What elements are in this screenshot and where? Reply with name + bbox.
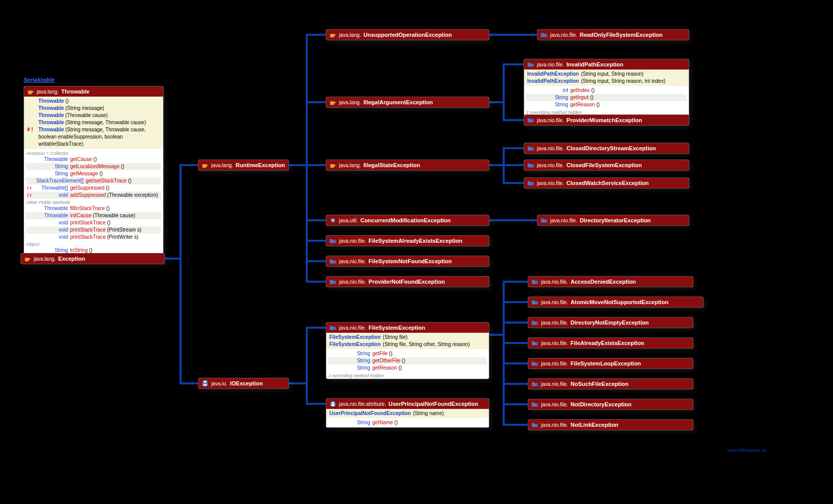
- package-label: java.lang.: [339, 163, 361, 168]
- svg-text:!: !: [536, 382, 538, 387]
- class-file-system-exception: !java.nio.file.FileSystemException FileS…: [326, 322, 489, 379]
- class-name: Throwable: [61, 88, 89, 95]
- svg-text:!: !: [546, 33, 547, 38]
- package-label: java.nio.file.: [541, 381, 568, 387]
- svg-rect-1: [204, 381, 206, 383]
- svg-text:!: !: [532, 119, 534, 123]
- cup-icon: [329, 99, 336, 106]
- svg-text:!: !: [532, 147, 534, 151]
- folder-bang-icon: !: [531, 339, 538, 347]
- package-label: java.nio.file.: [541, 300, 568, 305]
- package-label: java.lang.: [37, 89, 59, 95]
- diagram-canvas: Serializable java.lang.Throwable Throwab…: [0, 0, 833, 504]
- class-name: IllegalStateException: [364, 162, 420, 168]
- class-provider-not-found: !java.nio.file.ProviderNotFoundException: [326, 276, 489, 287]
- class-fs-not-found: !java.nio.file.FileSystemNotFoundExcepti…: [326, 256, 489, 267]
- svg-text:!: !: [532, 164, 534, 168]
- class-illegal-argument: java.lang.IllegalArgumentException: [326, 97, 489, 108]
- folder-bang-icon: !: [527, 61, 534, 68]
- class-name: AtomicMoveNotSupportedException: [571, 299, 668, 305]
- class-file-already-exists: !java.nio.file.FileAlreadyExistsExceptio…: [528, 337, 693, 349]
- class-name: UserPrincipalNotFoundException: [389, 401, 478, 407]
- svg-text:!: !: [532, 63, 534, 67]
- class-not-link: !java.nio.file.NotLinkException: [528, 419, 693, 430]
- class-name: InvalidPathException: [567, 61, 623, 67]
- folder-bang-icon: !: [541, 217, 548, 224]
- class-name: FileSystemException: [369, 325, 425, 331]
- methods-section: StringgetFile ()StringgetOtherFile ()Str…: [326, 349, 489, 373]
- class-readonly-fs: !java.nio.file.ReadOnlyFileSystemExcepti…: [537, 29, 689, 40]
- class-name: ClosedWatchServiceException: [567, 180, 649, 186]
- constructors-section: InvalidPathException (String input, Stri…: [524, 70, 689, 86]
- package-label: java.util.: [339, 218, 358, 223]
- svg-text:!: !: [334, 260, 336, 264]
- package-label: java.nio.file.: [537, 118, 564, 123]
- class-name: ProviderNotFoundException: [369, 279, 445, 285]
- svg-text:!: !: [536, 341, 538, 346]
- class-closed-ws: !java.nio.file.ClosedWatchServiceExcepti…: [524, 177, 689, 189]
- folder-bang-icon: !: [531, 421, 538, 428]
- methods-section: StringgetName (): [326, 418, 489, 427]
- class-name: IOException: [230, 380, 263, 386]
- package-label: java.nio.file.: [339, 279, 366, 285]
- class-name: ProviderMismatchException: [567, 117, 642, 123]
- section-title: Object: [26, 242, 161, 247]
- svg-text:!: !: [334, 239, 336, 244]
- folder-bang-icon: !: [531, 380, 538, 387]
- serializable-link[interactable]: Serializable: [24, 77, 55, 83]
- svg-text:!: !: [334, 326, 336, 331]
- class-provider-mismatch: !java.nio.file.ProviderMismatchException: [524, 114, 689, 126]
- folder-bang-icon: !: [527, 162, 534, 169]
- class-no-such-file: !java.nio.file.NoSuchFileException: [528, 378, 693, 390]
- class-access-denied: !java.nio.file.AccessDeniedException: [528, 276, 693, 287]
- credit-link[interactable]: www.falkhausen.de: [727, 448, 767, 453]
- class-illegal-state: java.lang.IllegalStateException: [326, 159, 489, 171]
- class-name: ReadOnlyFileSystemException: [580, 32, 663, 38]
- class-name: AccessDeniedException: [571, 279, 636, 285]
- methods-section: intgetIndex ()StringgetInput ()Stringget…: [524, 86, 689, 109]
- package-label: java.nio.file.: [537, 180, 564, 186]
- folder-bang-icon: !: [329, 258, 336, 265]
- package-label: java.nio.file.: [541, 279, 568, 285]
- package-label: java.nio.file.: [550, 218, 577, 223]
- folder-bang-icon: !: [329, 237, 336, 244]
- class-dir-not-empty: !java.nio.file.DirectoryNotEmptyExceptio…: [528, 317, 693, 328]
- class-name: FileAlreadyExistsException: [571, 340, 644, 346]
- package-label: java.nio.file.: [339, 238, 366, 244]
- class-closed-fs: !java.nio.file.ClosedFileSystemException: [524, 159, 689, 171]
- class-closed-dir-stream: !java.nio.file.ClosedDirectoryStreamExce…: [524, 143, 689, 154]
- package-label: java.nio.file.: [541, 361, 568, 366]
- class-fs-already-exists: !java.nio.file.FileSystemAlreadyExistsEx…: [326, 235, 489, 246]
- accessors-section: Accessor + Collector ThrowablegetCause (…: [24, 149, 163, 255]
- package-label: java.nio.file.: [537, 163, 564, 168]
- class-name: NoSuchFileException: [571, 381, 628, 387]
- class-name: NotLinkException: [571, 422, 619, 428]
- class-atomic-move: !java.nio.file.AtomicMoveNotSupportedExc…: [528, 296, 704, 308]
- folder-bang-icon: !: [531, 299, 538, 306]
- svg-text:!: !: [536, 423, 538, 428]
- svg-rect-2: [204, 384, 207, 386]
- class-user-principal-nf: java.nio.file.attribute.UserPrincipalNot…: [326, 398, 489, 428]
- folder-bang-icon: !: [329, 278, 336, 285]
- class-fs-loop: !java.nio.file.FileSystemLoopException: [528, 358, 693, 369]
- svg-point-10: [332, 402, 334, 404]
- section-title: Other Public Methods: [26, 200, 161, 205]
- class-name: IllegalArgumentException: [364, 99, 433, 105]
- class-name: DirectoryIteratorException: [580, 217, 651, 223]
- svg-text:!: !: [536, 362, 538, 366]
- cup-icon: [329, 162, 336, 169]
- class-runtime-exception: java.lang.RuntimeException: [198, 159, 289, 171]
- svg-text:!: !: [536, 403, 538, 407]
- package-label: java.nio.file.: [541, 320, 568, 326]
- svg-text:!: !: [536, 321, 538, 326]
- package-label: java.nio.file.: [339, 325, 366, 331]
- class-name: UnsupportedOperationException: [364, 32, 452, 38]
- folder-bang-icon: !: [527, 145, 534, 152]
- package-label: java.nio.file.: [537, 146, 564, 151]
- class-name: ClosedFileSystemException: [567, 162, 642, 168]
- package-label: java.nio.file.: [537, 62, 564, 67]
- folder-bang-icon: !: [527, 117, 534, 124]
- cup-icon: [201, 162, 209, 169]
- folder-bang-icon: !: [531, 319, 538, 326]
- package-label: java.nio.file.: [541, 422, 568, 428]
